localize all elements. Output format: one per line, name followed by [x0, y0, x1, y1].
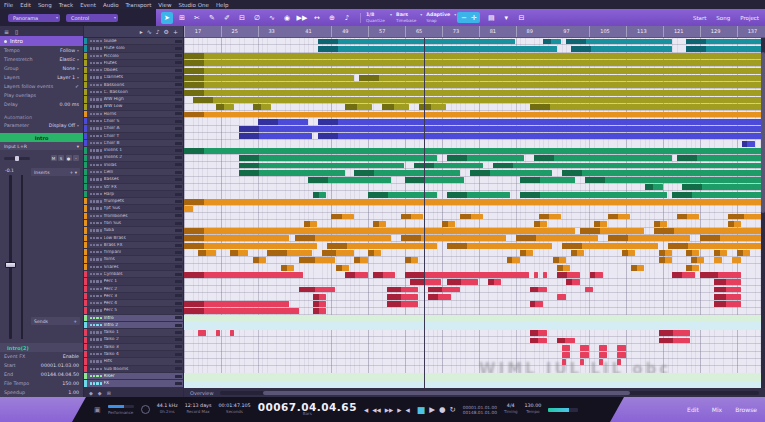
- overview-tab[interactable]: Overview: [190, 390, 214, 396]
- macro-dropdown-control[interactable]: Control: [66, 14, 118, 22]
- clip[interactable]: [566, 279, 579, 285]
- track-row-tuba[interactable]: Tuba: [84, 227, 183, 234]
- clip[interactable]: [239, 126, 764, 132]
- clip[interactable]: [686, 250, 699, 256]
- clip[interactable]: [686, 265, 699, 271]
- clip[interactable]: [562, 243, 658, 249]
- clip[interactable]: [608, 214, 630, 220]
- track-row-ww-low[interactable]: WW Low: [84, 104, 183, 111]
- track-row-violins-2[interactable]: Violins 2: [84, 155, 183, 162]
- view-icon-2[interactable]: ⊟: [515, 12, 527, 24]
- track-buttons[interactable]: [90, 127, 103, 129]
- eraser-tool[interactable]: ⊟: [236, 12, 248, 24]
- track-buttons[interactable]: [90, 251, 103, 253]
- clip[interactable]: [239, 170, 344, 176]
- clip[interactable]: [659, 250, 672, 256]
- clip[interactable]: [428, 287, 460, 293]
- clip[interactable]: [580, 228, 644, 234]
- clip[interactable]: [700, 272, 741, 278]
- snap-dropdown[interactable]: Adaptive Snap: [423, 11, 457, 24]
- clip[interactable]: [520, 177, 575, 183]
- clip[interactable]: [659, 257, 672, 263]
- clip[interactable]: [230, 250, 248, 256]
- track-row-taiko-1[interactable]: Taiko 1: [84, 329, 183, 336]
- clip[interactable]: [428, 294, 450, 300]
- track-buttons[interactable]: [90, 222, 103, 224]
- track-row-intro-2[interactable]: Intro 2: [84, 322, 183, 329]
- menu-item-audio[interactable]: Audio: [103, 2, 119, 8]
- track-buttons[interactable]: [90, 142, 103, 144]
- clip[interactable]: [318, 119, 764, 125]
- track-buttons[interactable]: [90, 55, 103, 57]
- track-buttons[interactable]: [90, 164, 103, 166]
- track-buttons[interactable]: [90, 360, 103, 362]
- clip[interactable]: [728, 221, 741, 227]
- clip[interactable]: [470, 170, 552, 176]
- track-buttons[interactable]: [90, 178, 103, 180]
- menu-item-track[interactable]: Track: [59, 2, 73, 8]
- loop-range-display[interactable]: 00001.01.01.00 00148.01.01.00: [463, 405, 497, 415]
- track-row-toms[interactable]: Toms: [84, 256, 183, 263]
- tracklist-tool-icon-1[interactable]: ∿: [147, 28, 152, 35]
- clip[interactable]: [308, 177, 390, 183]
- track-buttons[interactable]: [90, 229, 103, 231]
- clip[interactable]: [493, 163, 764, 169]
- clip[interactable]: [447, 243, 552, 249]
- clip[interactable]: [345, 272, 367, 278]
- clip[interactable]: [327, 243, 437, 249]
- clip[interactable]: [442, 221, 455, 227]
- clip[interactable]: [253, 257, 266, 263]
- clip[interactable]: [239, 155, 436, 161]
- clip[interactable]: [184, 53, 764, 59]
- event-row-event-fx[interactable]: Event FXEnable: [0, 352, 83, 361]
- clip[interactable]: [714, 301, 741, 307]
- clip[interactable]: [295, 235, 391, 241]
- menu-item-file[interactable]: File: [4, 2, 13, 8]
- clip[interactable]: [585, 177, 764, 183]
- stop-button[interactable]: ■: [417, 405, 426, 415]
- position-display[interactable]: 00067.04.04.65Bars: [258, 403, 357, 416]
- track-row-perc-3[interactable]: Perc 3: [84, 293, 183, 300]
- autoscroll-icon[interactable]: ▶▶: [296, 12, 308, 24]
- track-row-trombones[interactable]: Trombones: [84, 213, 183, 220]
- clip[interactable]: [686, 46, 764, 52]
- clip[interactable]: [447, 192, 511, 198]
- clip[interactable]: [354, 170, 459, 176]
- clip[interactable]: [659, 338, 691, 344]
- inspector-menu-icon[interactable]: ≡: [4, 28, 9, 35]
- clip[interactable]: [184, 82, 764, 88]
- clip[interactable]: [516, 235, 598, 241]
- clip[interactable]: [617, 345, 626, 351]
- clip[interactable]: [184, 112, 764, 118]
- clip[interactable]: [447, 279, 479, 285]
- clip[interactable]: [571, 46, 672, 52]
- clip[interactable]: [387, 287, 419, 293]
- clip[interactable]: [184, 68, 764, 74]
- clip[interactable]: [557, 338, 575, 344]
- loop-button[interactable]: ↻: [449, 405, 455, 414]
- clip[interactable]: [714, 287, 741, 293]
- clip[interactable]: [520, 192, 667, 198]
- clip[interactable]: [659, 330, 691, 336]
- track-buttons[interactable]: [90, 113, 103, 115]
- clip[interactable]: [599, 352, 608, 358]
- clip[interactable]: [617, 352, 626, 358]
- clip[interactable]: [318, 46, 557, 52]
- clip[interactable]: [230, 330, 234, 336]
- clip[interactable]: [359, 75, 764, 81]
- clip[interactable]: [184, 90, 764, 96]
- mic-icon[interactable]: ♪: [341, 12, 353, 24]
- clip[interactable]: [267, 250, 312, 256]
- track-buttons[interactable]: [90, 47, 103, 49]
- clip[interactable]: [216, 104, 234, 110]
- clip[interactable]: [507, 257, 520, 263]
- clip[interactable]: [714, 294, 741, 300]
- track-row-choir-s[interactable]: Choir S: [84, 118, 183, 125]
- track-buttons[interactable]: [90, 105, 103, 107]
- menu-item-event[interactable]: Event: [80, 2, 96, 8]
- page-button-project[interactable]: Project: [740, 15, 759, 21]
- clip[interactable]: [714, 279, 741, 285]
- clip[interactable]: [580, 359, 584, 365]
- track-buttons[interactable]: [90, 237, 103, 239]
- track-buttons[interactable]: [90, 76, 103, 78]
